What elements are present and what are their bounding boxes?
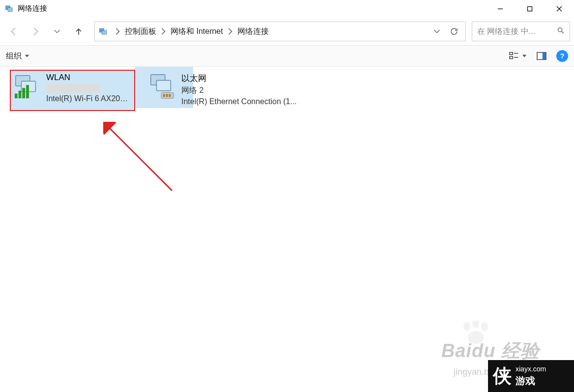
watermark-badge: 侠 xiayx.com 游戏 [488,360,574,392]
svg-point-29 [463,322,470,331]
svg-point-32 [468,331,484,344]
svg-rect-20 [22,88,25,98]
title-bar: 网络连接 [0,0,574,18]
connection-status [46,84,100,93]
paw-watermark-icon [461,321,490,345]
app-icon [5,4,14,13]
chevron-right-icon[interactable] [111,28,125,35]
svg-rect-18 [15,93,18,98]
search-icon [557,27,565,36]
svg-rect-10 [510,53,513,55]
ethernet-adapter-icon [148,72,176,100]
connection-item-ethernet[interactable]: 以太网 网络 2 Intel(R) Ethernet Connection (1… [145,70,329,111]
svg-rect-11 [510,56,513,59]
view-options-button[interactable] [509,51,527,61]
refresh-button[interactable] [450,27,459,36]
svg-rect-15 [543,53,546,60]
breadcrumb-item[interactable]: 网络连接 [237,27,269,37]
address-dropdown[interactable] [433,28,441,35]
svg-point-8 [558,28,562,32]
badge-line1: xiayx.com [516,364,546,374]
up-button[interactable] [69,22,88,41]
chevron-right-icon[interactable] [156,28,171,35]
svg-rect-19 [19,91,22,98]
close-button[interactable] [545,0,574,17]
connection-status: 网络 2 [181,85,297,96]
svg-line-9 [562,31,564,33]
svg-point-30 [472,321,479,328]
preview-pane-button[interactable] [537,52,546,60]
wifi-adapter-icon [13,72,41,100]
chevron-down-icon [25,54,29,58]
breadcrumb-item[interactable]: 网络和 Internet [171,27,223,37]
connection-description: Intel(R) Wi-Fi 6 AX201 160MHz [46,94,132,103]
back-button[interactable] [4,22,24,41]
search-placeholder: 在 网络连接 中... [477,27,557,37]
badge-line2: 游戏 [516,374,546,388]
search-input[interactable]: 在 网络连接 中... [472,22,570,41]
svg-line-28 [108,127,172,191]
svg-rect-25 [163,94,165,97]
svg-rect-21 [26,85,29,98]
window-controls [486,0,574,17]
breadcrumb-item[interactable]: 控制面板 [125,27,156,37]
toolbar: 组织 ? [0,45,574,67]
badge-logo: 侠 [493,364,512,389]
annotation-arrow [103,122,182,200]
forward-button[interactable] [26,22,45,41]
help-button[interactable]: ? [556,50,568,62]
minimize-button[interactable] [486,0,515,17]
window-title: 网络连接 [18,4,47,13]
connection-name: WLAN [46,73,132,83]
svg-point-31 [481,322,488,331]
connection-description: Intel(R) Ethernet Connection (1... [181,97,297,106]
organize-label: 组织 [6,51,22,61]
svg-rect-1 [8,7,12,11]
svg-rect-23 [156,80,171,90]
chevron-right-icon[interactable] [223,28,237,35]
address-bar[interactable]: 控制面板 网络和 Internet 网络连接 [94,22,466,41]
recent-dropdown[interactable] [47,22,67,41]
svg-rect-26 [166,94,168,97]
connection-item-wlan[interactable]: WLAN Intel(R) Wi-Fi 6 AX201 160MHz [10,70,135,111]
connection-name: 以太网 [181,73,297,84]
svg-rect-7 [102,30,107,34]
chevron-down-icon [522,54,527,58]
organize-menu[interactable]: 组织 [6,51,29,61]
content-area: WLAN Intel(R) Wi-Fi 6 AX201 160MHz 以太网 网… [0,67,574,111]
location-icon [98,26,109,37]
svg-rect-3 [528,6,532,11]
svg-rect-27 [169,94,171,97]
maximize-button[interactable] [515,0,545,17]
nav-row: 控制面板 网络和 Internet 网络连接 在 网络连接 中... [0,18,574,45]
